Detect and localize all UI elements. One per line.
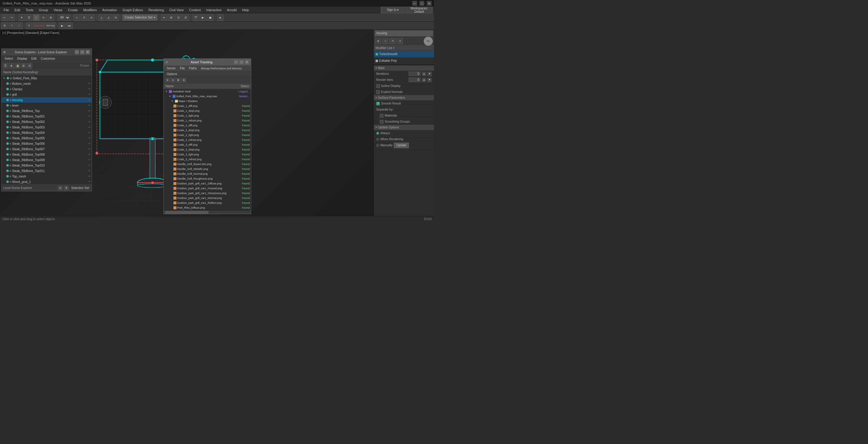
maximize-button[interactable]: □ (420, 1, 424, 6)
se-item-steak4[interactable]: ◈ Steak_RibBone_Top004 ✦ (1, 130, 92, 136)
menu-create[interactable]: Create (65, 7, 80, 12)
se-item-list[interactable]: ▼ ◉ Grilled_Pork_Ribs ◈ Bottom_mesh ✦ ◈ … (1, 76, 92, 184)
ts-surface-section[interactable]: ▾ Surface Parameters (374, 95, 434, 100)
render-frame-button[interactable]: ◼ (207, 14, 214, 21)
at-item-outdoor-normal[interactable]: T Outdoor_park_grill_var1_Normal.png Fou… (164, 196, 251, 201)
at-item-coals2-light[interactable]: T Coals_2_light.png Found (164, 132, 251, 138)
auto-key-button[interactable]: Auto Key (33, 22, 45, 29)
se-item-steak9[interactable]: ◈ Steak_RibBone_Top009 ✦ (1, 157, 92, 162)
at-item-handle-metallic[interactable]: T Handle_Grill_Metallic.png Found (164, 167, 251, 171)
at-item-coals1-displ[interactable]: T Coals_1_displ.png Found (164, 109, 251, 113)
search-input[interactable] (375, 31, 433, 36)
angle-snap-button[interactable]: ∠ (105, 14, 112, 21)
snap-toggle-button[interactable]: △ (98, 14, 105, 21)
at-tb-btn3[interactable]: 🗑 (176, 78, 181, 83)
ts-materials-checkbox[interactable] (380, 114, 383, 118)
se-menu-display[interactable]: Display (16, 56, 29, 61)
align-button[interactable]: ⊞ (168, 14, 175, 21)
menu-civil-view[interactable]: Civil View (167, 7, 186, 12)
at-item-coals3-diff[interactable]: T Coals_3_diff.png Found (164, 142, 251, 147)
viewport-btn[interactable]: □ (16, 22, 22, 29)
at-scrollbar[interactable] (164, 210, 251, 214)
view-cube[interactable]: 3D (424, 37, 433, 46)
se-menu-customize[interactable]: Customize (39, 56, 57, 61)
at-item-outdoor-reflect[interactable]: T Outdoor_park_grill_var1_Reflect.png Fo… (164, 201, 251, 205)
toggle-scene-button[interactable]: ⊡ (175, 14, 182, 21)
menu-graph-editors[interactable]: Graph Editors (120, 7, 146, 12)
at-item-coals2-refract[interactable]: T Coals_2_refract.png Found (164, 138, 251, 142)
modifier-turbosmooth[interactable]: TurboSmooth (374, 51, 434, 58)
at-item-handle-normal[interactable]: T Handle_Grill_Normal.png Found (164, 171, 251, 176)
ts-explicit-checkbox[interactable] (376, 90, 380, 94)
at-menu-server[interactable]: Server (165, 66, 177, 70)
at-item-coals2-diff[interactable]: T Coals_2_diff.png Found (164, 123, 251, 128)
key-mode-button[interactable]: ⧖ (26, 22, 32, 29)
se-expand-btn[interactable]: ⊞ (21, 63, 26, 68)
at-tb-btn4[interactable]: ⊞ (181, 78, 186, 83)
se-minimize-btn[interactable]: ─ (75, 50, 79, 54)
menu-modifiers[interactable]: Modifiers (81, 7, 99, 12)
se-maximize-btn[interactable]: □ (80, 50, 85, 54)
se-collapse-btn[interactable]: ⊟ (27, 63, 32, 68)
ts-render-iters-input[interactable] (409, 78, 421, 82)
se-item-steak6[interactable]: ◈ Steak_RibBone_Top006 ✦ (1, 141, 92, 146)
se-menu-select[interactable]: Select (3, 56, 15, 61)
ts-manually-radio[interactable] (376, 144, 379, 147)
ts-isoline-checkbox[interactable] (376, 84, 380, 88)
at-item-coals2-displ[interactable]: T Coals_2_displ.png Found (164, 128, 251, 132)
render-button[interactable]: ▶ (200, 14, 207, 21)
se-item-steak3[interactable]: ◈ Steak_RibBone_Top003 ✦ (1, 124, 92, 130)
lasso-select-button[interactable]: ⊙ (40, 14, 47, 21)
at-item-handle-basecolor[interactable]: T Handle_Grill_BaseColor.png Found (164, 162, 251, 167)
select-object-button[interactable]: ✦ (19, 14, 25, 21)
menu-help[interactable]: Help (240, 7, 251, 12)
at-tb-btn1[interactable]: ⊕ (165, 78, 170, 83)
at-item-coals1-refract[interactable]: T Coals_1_refract.png Found (164, 118, 251, 123)
se-item-steak0[interactable]: ◈ Steak_RibBone_Top ✦ (1, 108, 92, 114)
at-close-btn[interactable]: ✕ (245, 60, 249, 64)
rp-select-filter-btn[interactable]: ⊕ (375, 38, 381, 44)
redo-button[interactable]: ↪ (8, 14, 15, 21)
menu-file[interactable]: File (1, 7, 11, 12)
se-item-clamps[interactable]: ◈ Clamps ✦ (1, 86, 92, 92)
at-item-vault[interactable]: ▼ V Autodesk Vault Logged... (164, 89, 251, 94)
at-item-coals1-light[interactable]: T Coals_1_light.png Found (164, 113, 251, 118)
menu-group[interactable]: Group (36, 7, 51, 12)
se-search-btn[interactable]: ⊕ (9, 63, 14, 68)
modifier-list-header[interactable]: Modifier List ▾ (374, 46, 434, 51)
set-key-button[interactable]: Set Key (46, 22, 55, 29)
rp-rotate-icon-btn[interactable]: ↺ (390, 38, 396, 44)
minimize-button[interactable]: ─ (412, 1, 417, 6)
move-button[interactable]: ⊹ (73, 14, 80, 21)
percent-snap-button[interactable]: % (113, 14, 119, 21)
ts-update-button[interactable]: Update (394, 143, 409, 148)
se-item-steak8[interactable]: ◈ Steak_RibBone_Top008 ✦ (1, 152, 92, 157)
se-item-top-mesh[interactable]: ◈ Top_mesh ✦ (1, 174, 92, 179)
paint-select-button[interactable]: ⊕ (48, 14, 54, 21)
menu-animation[interactable]: Animation (100, 7, 120, 12)
se-item-steak1[interactable]: ◈ Steak_RibBone_Top001 ✦ (1, 114, 92, 119)
menu-views[interactable]: Views (51, 7, 65, 12)
at-item-outdoor-diffuse[interactable]: T Outdoor_park_grill_var1_Diffuse.png Fo… (164, 181, 251, 186)
at-item-outdoor-glossiness[interactable]: T Outdoor_park_grill_var1_Glossiness.png… (164, 191, 251, 196)
view-cube-button[interactable]: ⊞ (1, 22, 8, 29)
at-menu-bitmap[interactable]: Bitmap Performance and Memory (199, 66, 244, 70)
at-tb-btn2[interactable]: ⊡ (170, 78, 175, 83)
render-setup-button[interactable]: 🎬 (192, 14, 199, 21)
ts-main-section[interactable]: ▾ Main (374, 65, 434, 71)
at-item-pork-diffuse[interactable]: T Pork_Ribs_Diffuse.png Found (164, 205, 251, 210)
se-grid-btn[interactable]: ⊞ (64, 186, 69, 190)
se-item-steak5[interactable]: ◈ Steak_RibBone_Top005 ✦ (1, 136, 92, 141)
se-item-wood1[interactable]: ◈ Wood_goal_1 ✦ (1, 179, 92, 184)
se-item-housing[interactable]: ◈ housing ✦ (1, 97, 92, 103)
filter-dropdown[interactable]: All (58, 14, 70, 21)
sign-in-button[interactable]: Sign In ▾ (381, 7, 405, 13)
ts-when-rendering-radio[interactable] (376, 138, 379, 141)
at-item-coals3-light[interactable]: T Coals_3_light.png Found (164, 152, 251, 157)
ts-iterations-input[interactable] (409, 71, 421, 76)
at-minimize-btn[interactable]: ─ (234, 60, 238, 64)
se-close-btn[interactable]: ✕ (86, 50, 90, 54)
se-item-steak2[interactable]: ◈ Steak_RibBone_Top002 ✦ (1, 119, 92, 124)
menu-rendering[interactable]: Rendering (146, 7, 166, 12)
rp-move-icon-btn[interactable]: ⊹ (382, 38, 388, 44)
